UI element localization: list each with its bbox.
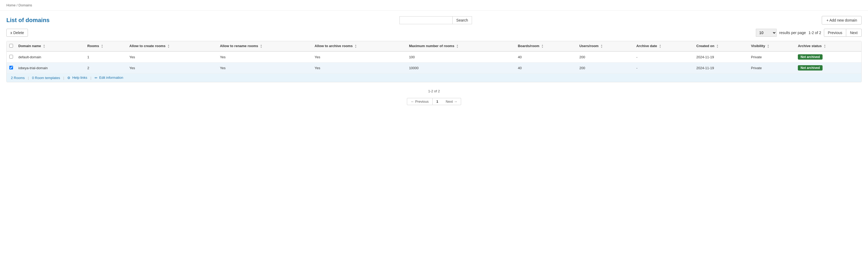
row1-archive-status: Not archived xyxy=(795,51,861,62)
breadcrumb-separator: / xyxy=(17,3,18,7)
top-next-button[interactable]: Next xyxy=(846,29,862,37)
results-per-page-label: results per page xyxy=(779,31,806,35)
row1-archive-date: - xyxy=(633,51,694,62)
pagination-summary: 1-2 of 2 xyxy=(808,31,821,35)
sort-icon-created-on[interactable]: ▲▼ xyxy=(716,44,719,49)
row2-allow-archive: Yes xyxy=(312,62,406,74)
col-users-room: Users/room ▲▼ xyxy=(577,41,633,51)
search-area: Search xyxy=(399,16,472,24)
sort-icon-max-rooms[interactable]: ▲▼ xyxy=(456,44,459,49)
col-created-on: Created on ▲▼ xyxy=(694,41,748,51)
sort-icon-boards-room[interactable]: ▲▼ xyxy=(541,44,544,49)
row2-domain-name: iobeya-trial-domain xyxy=(16,62,85,74)
sort-icon-archive-date[interactable]: ▲▼ xyxy=(659,44,661,49)
row1-allow-archive: Yes xyxy=(312,51,406,62)
domains-table: Domain name ▲▼ Rooms ▲▼ Allow to create … xyxy=(7,41,861,82)
sort-icon-archive-status[interactable]: ▲▼ xyxy=(824,44,826,49)
col-allow-create: Allow to create rooms ▲▼ xyxy=(127,41,217,51)
row1-rooms: 1 xyxy=(85,51,127,62)
select-all-header xyxy=(7,41,16,51)
col-boards-room: Boards/room ▲▼ xyxy=(515,41,577,51)
bottom-page-number: 1 xyxy=(433,98,442,105)
row2-visibility: Private xyxy=(748,62,795,74)
row1-created-on: 2024-11-19 xyxy=(694,51,748,62)
col-max-rooms: Maximum number of rooms ▲▼ xyxy=(406,41,515,51)
row1-archive-status-badge: Not archived xyxy=(798,54,823,60)
help-icon: ⚙ xyxy=(67,76,70,80)
toolbar: x Delete 10 25 50 100 results per page 1… xyxy=(6,29,862,37)
row2-users-room: 200 xyxy=(577,62,633,74)
row2-actions-row: 2 Rooms | 0 Room templates | ⚙ Help link… xyxy=(7,74,861,82)
sort-icon-domain-name[interactable]: ▲▼ xyxy=(43,44,45,49)
row2-checkbox[interactable] xyxy=(9,66,13,69)
row1-domain-name: default-domain xyxy=(16,51,85,62)
breadcrumb-home[interactable]: Home xyxy=(6,3,16,7)
sort-icon-allow-rename[interactable]: ▲▼ xyxy=(260,44,262,49)
edit-info-action-link[interactable]: ✏ Edit information xyxy=(94,75,124,80)
row2-archive-status: Not archived xyxy=(795,62,861,74)
bottom-summary: 1-2 of 2 xyxy=(428,89,440,93)
row2-checkbox-cell xyxy=(7,62,16,74)
row2-actions-cell: 2 Rooms | 0 Room templates | ⚙ Help link… xyxy=(7,74,861,82)
search-input[interactable] xyxy=(399,16,453,24)
col-archive-status: Archive status ▲▼ xyxy=(795,41,861,51)
pagination-area: 10 25 50 100 results per page 1-2 of 2 P… xyxy=(756,29,862,37)
row-actions-bar: 2 Rooms | 0 Room templates | ⚙ Help link… xyxy=(7,74,861,82)
add-domain-button[interactable]: + Add new domain xyxy=(822,16,862,25)
col-archive-date: Archive date ▲▼ xyxy=(633,41,694,51)
sort-icon-allow-archive[interactable]: ▲▼ xyxy=(355,44,357,49)
row1-allow-create: Yes xyxy=(127,51,217,62)
table-header-row: Domain name ▲▼ Rooms ▲▼ Allow to create … xyxy=(7,41,861,51)
row2-rooms: 2 xyxy=(85,62,127,74)
rooms-action-link[interactable]: 2 Rooms xyxy=(10,75,26,80)
breadcrumb: Home / Domains xyxy=(0,0,868,11)
action-separator-2: | xyxy=(63,76,64,80)
row1-checkbox[interactable] xyxy=(9,55,13,59)
breadcrumb-current: Domains xyxy=(19,3,32,7)
bottom-area: 1-2 of 2 ← Previous 1 Next → xyxy=(6,86,862,108)
row1-max-rooms: 100 xyxy=(406,51,515,62)
col-visibility: Visibility ▲▼ xyxy=(748,41,795,51)
row2-allow-rename: Yes xyxy=(217,62,312,74)
domains-table-container: Domain name ▲▼ Rooms ▲▼ Allow to create … xyxy=(6,41,862,82)
sort-icon-rooms[interactable]: ▲▼ xyxy=(101,44,103,49)
page-title: List of domains xyxy=(6,17,50,24)
per-page-select[interactable]: 10 25 50 100 xyxy=(756,29,777,37)
help-links-action-link[interactable]: ⚙ Help links xyxy=(66,75,88,80)
col-allow-rename: Allow to rename rooms ▲▼ xyxy=(217,41,312,51)
row2-max-rooms: 10000 xyxy=(406,62,515,74)
action-separator-1: | xyxy=(28,76,29,80)
bottom-next-button[interactable]: Next → xyxy=(442,98,461,105)
select-all-checkbox[interactable] xyxy=(9,44,13,48)
search-button[interactable]: Search xyxy=(453,16,472,24)
col-domain-name: Domain name ▲▼ xyxy=(16,41,85,51)
row1-checkbox-cell xyxy=(7,51,16,62)
top-pagination-buttons: Previous Next xyxy=(824,29,862,37)
row1-visibility: Private xyxy=(748,51,795,62)
row2-created-on: 2024-11-19 xyxy=(694,62,748,74)
row1-allow-rename: Yes xyxy=(217,51,312,62)
table-row: default-domain 1 Yes Yes Yes 100 40 200 … xyxy=(7,51,861,62)
col-allow-archive: Allow to archive rooms ▲▼ xyxy=(312,41,406,51)
action-separator-3: | xyxy=(90,76,91,80)
sort-icon-users-room[interactable]: ▲▼ xyxy=(601,44,603,49)
top-previous-button[interactable]: Previous xyxy=(824,29,846,37)
edit-icon: ✏ xyxy=(95,76,97,80)
bottom-pagination: ← Previous 1 Next → xyxy=(407,98,461,105)
col-rooms: Rooms ▲▼ xyxy=(85,41,127,51)
sort-icon-visibility[interactable]: ▲▼ xyxy=(767,44,769,49)
delete-button[interactable]: x Delete xyxy=(6,29,28,37)
row2-archive-date: - xyxy=(633,62,694,74)
table-row: iobeya-trial-domain 2 Yes Yes Yes 10000 … xyxy=(7,62,861,74)
room-templates-action-link[interactable]: 0 Room templates xyxy=(31,75,61,80)
row1-users-room: 200 xyxy=(577,51,633,62)
bottom-previous-button[interactable]: ← Previous xyxy=(407,98,433,105)
row2-archive-status-badge: Not archived xyxy=(798,65,823,70)
row1-boards-room: 40 xyxy=(515,51,577,62)
row2-allow-create: Yes xyxy=(127,62,217,74)
sort-icon-allow-create[interactable]: ▲▼ xyxy=(167,44,169,49)
row2-boards-room: 40 xyxy=(515,62,577,74)
